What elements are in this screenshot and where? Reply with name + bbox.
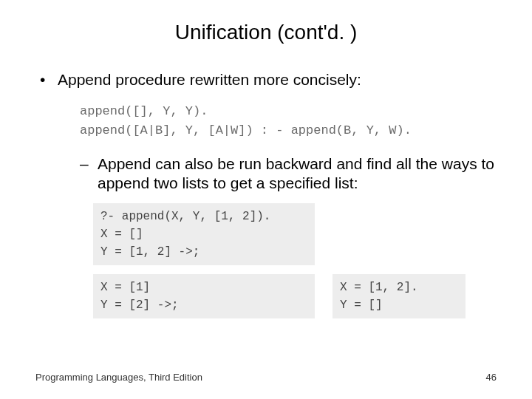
bullet-dot: • <box>40 71 58 89</box>
slide-title: Unification (cont'd. ) <box>35 21 497 44</box>
code-line-2: append([A|B], Y, [A|W]) : - append(B, Y,… <box>80 123 412 137</box>
footer-text-left: Programming Languages, Third Edition <box>35 372 202 383</box>
bullet-level-1: • Append procedure rewritten more concis… <box>40 71 497 89</box>
slide-footer: Programming Languages, Third Edition 46 <box>35 372 497 383</box>
code-definition: append([], Y, Y). append([A|B], Y, [A|W]… <box>80 102 497 141</box>
code-output-box-1: ?- append(X, Y, [1, 2]). X = [] Y = [1, … <box>93 203 315 265</box>
bullet-2-text: Append can also be run backward and find… <box>98 154 497 194</box>
code-output-area: ?- append(X, Y, [1, 2]). X = [] Y = [1, … <box>93 203 497 318</box>
slide-number: 46 <box>486 372 497 383</box>
code-output-box-3: X = [1, 2]. Y = [] <box>332 274 466 318</box>
bullet-dash: – <box>80 154 98 194</box>
code-line-1: append([], Y, Y). <box>80 104 208 118</box>
bullet-1-text: Append procedure rewritten more concisel… <box>58 71 361 89</box>
slide: Unification (cont'd. ) • Append procedur… <box>0 0 532 399</box>
bullet-level-2: – Append can also be run backward and fi… <box>80 154 497 194</box>
code-output-row-2: X = [1] Y = [2] ->;X = [1, 2]. Y = [] <box>93 274 497 318</box>
code-output-box-2: X = [1] Y = [2] ->; <box>93 274 315 318</box>
